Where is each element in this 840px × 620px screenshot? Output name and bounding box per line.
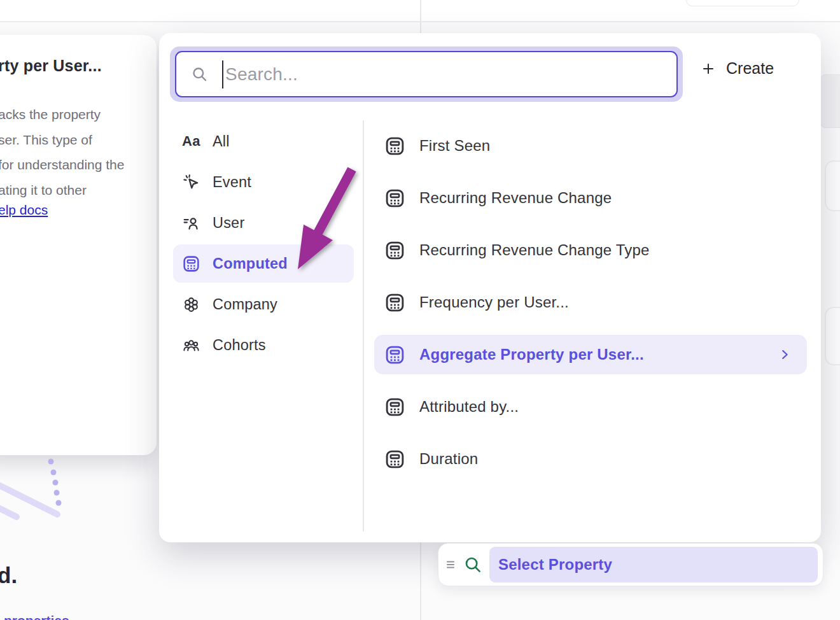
category-label: Computed (213, 255, 288, 272)
category-label: User (213, 215, 244, 232)
drag-handle-icon[interactable] (446, 559, 458, 570)
select-property-label: Select Property (498, 556, 612, 574)
property-item-first-seen[interactable]: First Seen (374, 126, 807, 166)
select-property-button[interactable]: Select Property (489, 547, 818, 582)
property-item-duration[interactable]: Duration (374, 439, 807, 479)
property-label: Recurring Revenue Change Type (419, 241, 650, 259)
property-label: Aggregate Property per User... (419, 346, 644, 363)
background-ghost-row (825, 160, 840, 211)
modal-column-divider (363, 120, 364, 532)
property-item-aggregate-property-per-user[interactable]: Aggregate Property per User... (374, 335, 807, 374)
property-label: Duration (419, 450, 478, 468)
calculator-icon (384, 136, 405, 157)
tooltip-content: rty per User... acks the property ser. T… (0, 35, 157, 455)
tooltip-title: rty per User... (0, 57, 102, 75)
calculator-icon (384, 292, 405, 313)
search-icon (191, 66, 208, 83)
calculator-icon (384, 449, 405, 470)
category-label: Company (213, 296, 277, 313)
empty-state-heading-fragment: d. (0, 563, 17, 588)
property-tooltip-card: rty per User... acks the property ser. T… (0, 35, 157, 455)
category-company[interactable]: Company (173, 285, 354, 323)
plus-icon (701, 62, 715, 76)
search-input[interactable]: Search... (175, 51, 678, 97)
background-partial-panel (820, 74, 840, 128)
help-docs-link[interactable]: elp docs (0, 202, 48, 218)
calculator-icon (384, 188, 405, 209)
property-search-icon (463, 555, 482, 574)
property-item-recurring-revenue-change-type[interactable]: Recurring Revenue Change Type (374, 230, 807, 270)
company-cluster-icon (182, 295, 200, 314)
category-list: Aa All Event User Computed (173, 122, 354, 367)
property-list: First Seen Recurring Revenue Change Recu… (374, 126, 807, 491)
search-placeholder: Search... (225, 64, 298, 85)
user-list-icon (182, 214, 200, 232)
create-button-label: Create (726, 59, 774, 78)
background-ghost-row (825, 307, 840, 365)
search-focus-glow: Search... (170, 46, 683, 102)
calculator-icon (384, 240, 405, 261)
category-label: All (213, 133, 230, 150)
category-user[interactable]: User (173, 204, 354, 242)
property-label: Frequency per User... (419, 293, 569, 311)
calculator-icon (182, 255, 200, 273)
tooltip-description: acks the property ser. This type of for … (0, 102, 157, 202)
property-filter-row: Select Property (438, 543, 823, 586)
property-item-attributed-by[interactable]: Attributed by... (374, 387, 807, 426)
property-picker-dropdown: Search... Create Aa All Event (159, 33, 821, 542)
background-partial-button (686, 0, 799, 6)
category-cohorts[interactable]: Cohorts (173, 326, 354, 364)
chart-doodle-illustration (0, 453, 83, 536)
property-item-recurring-revenue-change[interactable]: Recurring Revenue Change (374, 178, 807, 218)
category-computed[interactable]: Computed (173, 244, 354, 283)
property-label: First Seen (419, 137, 490, 155)
property-label: Recurring Revenue Change (419, 189, 612, 207)
category-label: Event (213, 174, 251, 191)
property-item-frequency-per-user[interactable]: Frequency per User... (374, 283, 807, 322)
category-event[interactable]: Event (173, 163, 354, 201)
calculator-icon (384, 397, 405, 418)
event-cursor-icon (182, 173, 200, 192)
text-caret (222, 60, 223, 88)
property-label: Attributed by... (419, 398, 519, 416)
category-all[interactable]: Aa All (173, 122, 354, 160)
chevron-right-icon (778, 348, 792, 362)
empty-state-link-fragment[interactable]: properties (4, 613, 80, 620)
cohorts-people-icon (182, 336, 200, 355)
calculator-icon (384, 344, 405, 365)
create-button[interactable]: Create (701, 59, 774, 78)
category-label: Cohorts (213, 337, 266, 354)
text-aa-icon: Aa (182, 132, 200, 151)
